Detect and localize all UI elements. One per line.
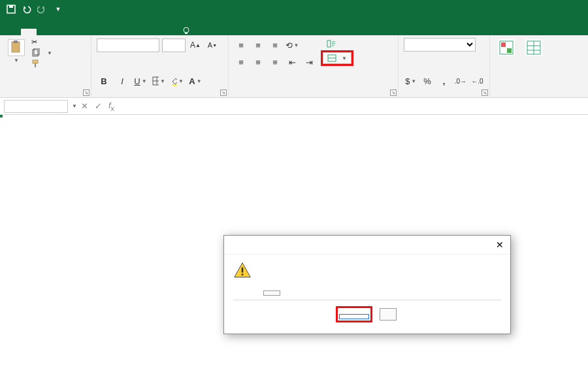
formula-bar: ▼ ✕ ✓ fx bbox=[0, 98, 588, 115]
underline-button[interactable]: U▼ bbox=[133, 74, 148, 88]
comma-format-icon[interactable]: , bbox=[437, 74, 451, 88]
tab-formulas[interactable] bbox=[72, 29, 88, 35]
formula-input[interactable] bbox=[118, 99, 588, 114]
ok-button[interactable] bbox=[339, 314, 369, 319]
name-box[interactable] bbox=[4, 100, 68, 113]
tab-view[interactable] bbox=[123, 29, 139, 35]
warning-icon bbox=[233, 261, 252, 279]
save-icon[interactable] bbox=[5, 3, 17, 15]
fill-color-button[interactable]: ▼ bbox=[170, 74, 184, 88]
svg-rect-19 bbox=[507, 48, 512, 53]
qat-customize-icon[interactable]: ▼ bbox=[52, 3, 64, 15]
svg-rect-5 bbox=[14, 40, 18, 43]
selection-border bbox=[0, 115, 3, 118]
font-launcher-icon[interactable]: ↘ bbox=[220, 89, 227, 96]
merge-icon bbox=[327, 54, 336, 62]
clipboard-launcher-icon[interactable]: ↘ bbox=[83, 89, 90, 96]
tab-review[interactable] bbox=[106, 29, 122, 35]
tab-file[interactable] bbox=[4, 29, 20, 35]
align-right-icon[interactable]: ≡ bbox=[268, 55, 282, 69]
tab-help[interactable] bbox=[157, 29, 172, 35]
font-color-button[interactable]: A▼ bbox=[188, 74, 203, 88]
format-as-table-icon bbox=[525, 39, 542, 56]
percent-format-icon[interactable]: % bbox=[420, 74, 434, 88]
borders-button[interactable]: ▼ bbox=[152, 74, 166, 88]
svg-rect-13 bbox=[172, 84, 177, 86]
bold-button[interactable]: B bbox=[97, 74, 111, 88]
svg-point-2 bbox=[184, 27, 189, 33]
copy-icon bbox=[31, 48, 41, 57]
increase-indent-icon[interactable]: ⇥ bbox=[302, 55, 316, 69]
copy-button[interactable]: ▼ bbox=[31, 48, 52, 57]
title-bar: ▼ bbox=[0, 0, 588, 18]
tab-developer[interactable] bbox=[140, 29, 155, 35]
align-middle-icon[interactable]: ≡ bbox=[251, 38, 265, 52]
paste-icon bbox=[8, 39, 25, 56]
cut-button[interactable]: ✂ bbox=[31, 38, 52, 47]
increase-decimal-icon[interactable]: .0→ bbox=[453, 74, 467, 88]
svg-rect-24 bbox=[242, 268, 244, 273]
ribbon: ▼ ✂ ▼ ↘ A▲ A▼ B I U▼ ▼ ▼ A▼ ↘ bbox=[0, 35, 588, 98]
align-top-icon[interactable]: ≡ bbox=[234, 38, 248, 52]
decrease-font-icon[interactable]: A▼ bbox=[205, 38, 220, 52]
conditional-formatting-icon bbox=[498, 39, 515, 56]
accounting-format-icon[interactable]: $▼ bbox=[404, 74, 417, 88]
group-styles bbox=[490, 35, 575, 97]
ok-highlight bbox=[338, 308, 370, 321]
show-help-button[interactable] bbox=[263, 290, 280, 296]
svg-rect-25 bbox=[242, 274, 244, 275]
align-left-icon[interactable]: ≡ bbox=[234, 55, 248, 69]
orientation-icon[interactable]: ⟲▼ bbox=[285, 38, 299, 52]
alignment-launcher-icon[interactable]: ↘ bbox=[390, 89, 397, 96]
tab-insert[interactable] bbox=[38, 29, 54, 35]
group-alignment: ≡ ≡ ≡ ⟲▼ ≡ ≡ ≡ ⇤ ⇥ bbox=[229, 35, 399, 97]
undo-icon[interactable] bbox=[21, 3, 33, 15]
tab-home[interactable] bbox=[21, 29, 37, 35]
wrap-text-icon bbox=[327, 39, 336, 48]
decrease-indent-icon[interactable]: ⇤ bbox=[285, 55, 299, 69]
svg-rect-4 bbox=[12, 42, 20, 52]
conditional-formatting-button[interactable] bbox=[495, 38, 517, 59]
cancel-formula-icon[interactable]: ✕ bbox=[81, 101, 88, 111]
group-clipboard: ▼ ✂ ▼ ↘ bbox=[0, 35, 91, 97]
svg-rect-14 bbox=[327, 40, 331, 47]
lightbulb-icon bbox=[182, 26, 191, 35]
paintbrush-icon bbox=[31, 59, 41, 68]
svg-rect-18 bbox=[501, 42, 506, 47]
merge-warning-dialog: ✕ bbox=[223, 235, 511, 334]
wrap-text-button[interactable] bbox=[323, 38, 351, 50]
scissors-icon: ✂ bbox=[31, 38, 41, 47]
close-icon[interactable]: ✕ bbox=[496, 240, 504, 250]
cancel-button[interactable] bbox=[380, 308, 397, 321]
svg-rect-8 bbox=[33, 60, 38, 63]
font-name-combo[interactable] bbox=[97, 39, 159, 52]
format-painter-button[interactable] bbox=[31, 59, 52, 68]
quick-access-toolbar: ▼ bbox=[0, 3, 69, 15]
tab-page-layout[interactable] bbox=[55, 29, 71, 35]
number-launcher-icon[interactable]: ↘ bbox=[482, 89, 488, 96]
tell-me[interactable] bbox=[182, 26, 195, 35]
tab-data[interactable] bbox=[89, 29, 105, 35]
align-bottom-icon[interactable]: ≡ bbox=[268, 38, 282, 52]
format-as-table-button[interactable] bbox=[523, 38, 545, 59]
fx-icon[interactable]: fx bbox=[108, 101, 114, 112]
align-center-icon[interactable]: ≡ bbox=[251, 55, 265, 69]
number-format-combo[interactable] bbox=[404, 38, 476, 52]
ribbon-tabs bbox=[0, 18, 588, 35]
group-number: $▼ % , .0→ ←.0 ↘ bbox=[399, 35, 490, 97]
decrease-decimal-icon[interactable]: ←.0 bbox=[470, 74, 484, 88]
enter-formula-icon[interactable]: ✓ bbox=[95, 101, 102, 111]
font-size-combo[interactable] bbox=[162, 39, 186, 52]
merge-center-button[interactable]: ▼ bbox=[323, 52, 351, 64]
svg-rect-1 bbox=[9, 5, 13, 8]
svg-rect-3 bbox=[185, 33, 188, 34]
group-font: A▲ A▼ B I U▼ ▼ ▼ A▼ ↘ bbox=[91, 35, 229, 97]
redo-icon[interactable] bbox=[37, 3, 48, 15]
svg-rect-9 bbox=[35, 63, 36, 67]
paste-button[interactable]: ▼ bbox=[5, 38, 27, 65]
italic-button[interactable]: I bbox=[115, 74, 129, 88]
increase-font-icon[interactable]: A▲ bbox=[188, 38, 203, 52]
